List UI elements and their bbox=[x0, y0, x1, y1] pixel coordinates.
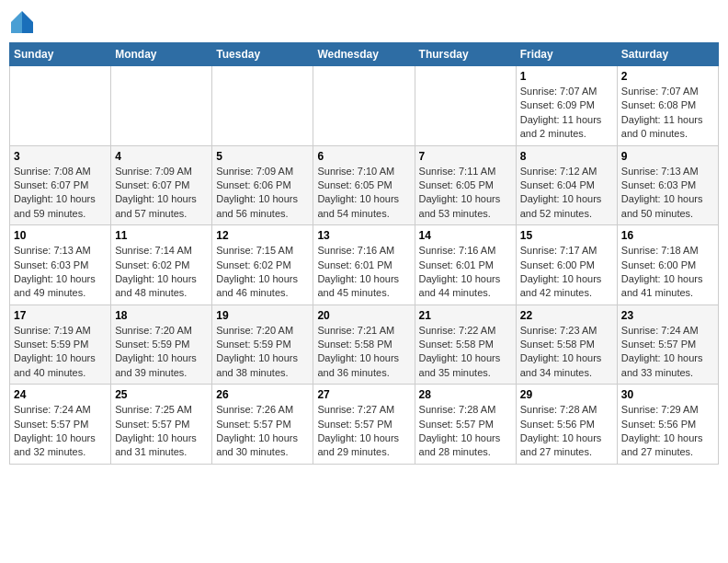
day-info: Sunrise: 7:23 AM Sunset: 5:58 PM Dayligh… bbox=[520, 324, 613, 381]
day-info: Sunrise: 7:24 AM Sunset: 5:57 PM Dayligh… bbox=[621, 324, 714, 381]
day-info: Sunrise: 7:22 AM Sunset: 5:58 PM Dayligh… bbox=[419, 324, 512, 381]
day-info: Sunrise: 7:20 AM Sunset: 5:59 PM Dayligh… bbox=[216, 324, 309, 381]
day-number: 14 bbox=[419, 229, 512, 242]
calendar-cell: 24Sunrise: 7:24 AM Sunset: 5:57 PM Dayli… bbox=[10, 385, 111, 465]
day-number: 16 bbox=[621, 229, 714, 242]
calendar-cell: 17Sunrise: 7:19 AM Sunset: 5:59 PM Dayli… bbox=[10, 304, 111, 385]
calendar-cell: 13Sunrise: 7:16 AM Sunset: 6:01 PM Dayli… bbox=[313, 225, 415, 305]
calendar-week-2: 3Sunrise: 7:08 AM Sunset: 6:07 PM Daylig… bbox=[10, 145, 719, 225]
calendar-cell: 6Sunrise: 7:10 AM Sunset: 6:05 PM Daylig… bbox=[313, 145, 415, 225]
day-info: Sunrise: 7:20 AM Sunset: 5:59 PM Dayligh… bbox=[115, 324, 208, 381]
day-info: Sunrise: 7:19 AM Sunset: 5:59 PM Dayligh… bbox=[14, 324, 107, 381]
day-number: 19 bbox=[216, 309, 309, 322]
calendar-cell: 23Sunrise: 7:24 AM Sunset: 5:57 PM Dayli… bbox=[617, 304, 718, 385]
day-number: 8 bbox=[520, 150, 613, 163]
day-number: 17 bbox=[14, 309, 107, 322]
calendar-cell: 2Sunrise: 7:07 AM Sunset: 6:08 PM Daylig… bbox=[617, 66, 718, 146]
day-info: Sunrise: 7:12 AM Sunset: 6:04 PM Dayligh… bbox=[520, 165, 613, 222]
day-info: Sunrise: 7:17 AM Sunset: 6:00 PM Dayligh… bbox=[520, 244, 613, 301]
calendar-cell: 21Sunrise: 7:22 AM Sunset: 5:58 PM Dayli… bbox=[415, 304, 516, 385]
day-info: Sunrise: 7:24 AM Sunset: 5:57 PM Dayligh… bbox=[14, 403, 107, 460]
calendar-cell: 26Sunrise: 7:26 AM Sunset: 5:57 PM Dayli… bbox=[212, 385, 313, 465]
day-number: 1 bbox=[520, 70, 613, 83]
calendar-cell: 28Sunrise: 7:28 AM Sunset: 5:57 PM Dayli… bbox=[415, 385, 516, 465]
calendar-cell: 7Sunrise: 7:11 AM Sunset: 6:05 PM Daylig… bbox=[415, 145, 516, 225]
day-info: Sunrise: 7:28 AM Sunset: 5:56 PM Dayligh… bbox=[520, 403, 613, 460]
day-number: 13 bbox=[317, 229, 410, 242]
calendar-cell: 29Sunrise: 7:28 AM Sunset: 5:56 PM Dayli… bbox=[516, 385, 617, 465]
day-info: Sunrise: 7:18 AM Sunset: 6:00 PM Dayligh… bbox=[621, 244, 714, 301]
day-number: 30 bbox=[621, 388, 714, 401]
calendar-cell: 12Sunrise: 7:15 AM Sunset: 6:02 PM Dayli… bbox=[212, 225, 313, 305]
day-number: 15 bbox=[520, 229, 613, 242]
day-header-tuesday: Tuesday bbox=[212, 43, 313, 66]
calendar-cell: 18Sunrise: 7:20 AM Sunset: 5:59 PM Dayli… bbox=[111, 304, 212, 385]
calendar-cell: 8Sunrise: 7:12 AM Sunset: 6:04 PM Daylig… bbox=[516, 145, 617, 225]
calendar-cell bbox=[111, 66, 212, 146]
day-info: Sunrise: 7:27 AM Sunset: 5:57 PM Dayligh… bbox=[317, 403, 410, 460]
day-number: 29 bbox=[520, 388, 613, 401]
calendar-cell: 15Sunrise: 7:17 AM Sunset: 6:00 PM Dayli… bbox=[516, 225, 617, 305]
day-header-friday: Friday bbox=[516, 43, 617, 66]
day-number: 12 bbox=[216, 229, 309, 242]
calendar-cell: 5Sunrise: 7:09 AM Sunset: 6:06 PM Daylig… bbox=[212, 145, 313, 225]
calendar-week-5: 24Sunrise: 7:24 AM Sunset: 5:57 PM Dayli… bbox=[10, 385, 719, 465]
day-number: 23 bbox=[621, 309, 714, 322]
day-info: Sunrise: 7:07 AM Sunset: 6:09 PM Dayligh… bbox=[520, 85, 613, 142]
day-number: 7 bbox=[419, 150, 512, 163]
day-info: Sunrise: 7:16 AM Sunset: 6:01 PM Dayligh… bbox=[419, 244, 512, 301]
day-header-sunday: Sunday bbox=[10, 43, 111, 66]
svg-marker-2 bbox=[11, 11, 22, 22]
page-header bbox=[9, 9, 719, 35]
calendar-cell: 9Sunrise: 7:13 AM Sunset: 6:03 PM Daylig… bbox=[617, 145, 718, 225]
calendar-week-3: 10Sunrise: 7:13 AM Sunset: 6:03 PM Dayli… bbox=[10, 225, 719, 305]
day-info: Sunrise: 7:13 AM Sunset: 6:03 PM Dayligh… bbox=[14, 244, 107, 301]
svg-marker-3 bbox=[11, 22, 22, 33]
day-info: Sunrise: 7:08 AM Sunset: 6:07 PM Dayligh… bbox=[14, 165, 107, 222]
svg-marker-0 bbox=[22, 11, 33, 22]
day-info: Sunrise: 7:15 AM Sunset: 6:02 PM Dayligh… bbox=[216, 244, 309, 301]
day-header-thursday: Thursday bbox=[415, 43, 516, 66]
day-info: Sunrise: 7:11 AM Sunset: 6:05 PM Dayligh… bbox=[419, 165, 512, 222]
day-info: Sunrise: 7:21 AM Sunset: 5:58 PM Dayligh… bbox=[317, 324, 410, 381]
day-number: 22 bbox=[520, 309, 613, 322]
day-number: 20 bbox=[317, 309, 410, 322]
day-number: 10 bbox=[14, 229, 107, 242]
day-info: Sunrise: 7:13 AM Sunset: 6:03 PM Dayligh… bbox=[621, 165, 714, 222]
calendar-cell: 22Sunrise: 7:23 AM Sunset: 5:58 PM Dayli… bbox=[516, 304, 617, 385]
calendar-cell: 30Sunrise: 7:29 AM Sunset: 5:56 PM Dayli… bbox=[617, 385, 718, 465]
day-header-saturday: Saturday bbox=[617, 43, 718, 66]
calendar-cell: 19Sunrise: 7:20 AM Sunset: 5:59 PM Dayli… bbox=[212, 304, 313, 385]
day-number: 18 bbox=[115, 309, 208, 322]
day-number: 3 bbox=[14, 150, 107, 163]
day-number: 9 bbox=[621, 150, 714, 163]
day-info: Sunrise: 7:25 AM Sunset: 5:57 PM Dayligh… bbox=[115, 403, 208, 460]
day-info: Sunrise: 7:07 AM Sunset: 6:08 PM Dayligh… bbox=[621, 85, 714, 142]
day-number: 28 bbox=[419, 388, 512, 401]
calendar-cell: 27Sunrise: 7:27 AM Sunset: 5:57 PM Dayli… bbox=[313, 385, 415, 465]
day-header-wednesday: Wednesday bbox=[313, 43, 415, 66]
day-header-monday: Monday bbox=[111, 43, 212, 66]
calendar-cell: 16Sunrise: 7:18 AM Sunset: 6:00 PM Dayli… bbox=[617, 225, 718, 305]
calendar-cell: 4Sunrise: 7:09 AM Sunset: 6:07 PM Daylig… bbox=[111, 145, 212, 225]
calendar-header-row: SundayMondayTuesdayWednesdayThursdayFrid… bbox=[10, 43, 719, 66]
day-number: 26 bbox=[216, 388, 309, 401]
day-info: Sunrise: 7:14 AM Sunset: 6:02 PM Dayligh… bbox=[115, 244, 208, 301]
calendar-cell: 14Sunrise: 7:16 AM Sunset: 6:01 PM Dayli… bbox=[415, 225, 516, 305]
svg-marker-1 bbox=[22, 22, 33, 33]
calendar-week-1: 1Sunrise: 7:07 AM Sunset: 6:09 PM Daylig… bbox=[10, 66, 719, 146]
day-number: 11 bbox=[115, 229, 208, 242]
calendar-cell bbox=[10, 66, 111, 146]
calendar-cell: 3Sunrise: 7:08 AM Sunset: 6:07 PM Daylig… bbox=[10, 145, 111, 225]
calendar-cell bbox=[415, 66, 516, 146]
day-number: 2 bbox=[621, 70, 714, 83]
logo-icon bbox=[9, 9, 35, 35]
day-number: 4 bbox=[115, 150, 208, 163]
calendar-cell: 1Sunrise: 7:07 AM Sunset: 6:09 PM Daylig… bbox=[516, 66, 617, 146]
calendar-cell: 25Sunrise: 7:25 AM Sunset: 5:57 PM Dayli… bbox=[111, 385, 212, 465]
day-info: Sunrise: 7:09 AM Sunset: 6:06 PM Dayligh… bbox=[216, 165, 309, 222]
day-info: Sunrise: 7:16 AM Sunset: 6:01 PM Dayligh… bbox=[317, 244, 410, 301]
calendar-cell bbox=[313, 66, 415, 146]
calendar: SundayMondayTuesdayWednesdayThursdayFrid… bbox=[9, 42, 719, 465]
calendar-cell bbox=[212, 66, 313, 146]
